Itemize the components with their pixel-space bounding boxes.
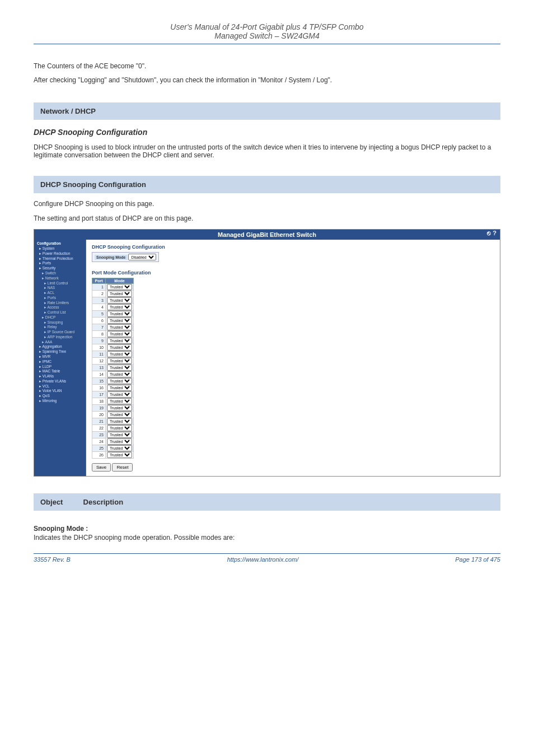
port-mode-select[interactable]: Trusted bbox=[107, 358, 132, 364]
sidebar-item[interactable]: ▸ Voice VLAN bbox=[35, 389, 85, 394]
sidebar-item[interactable]: ▸ Spanning Tree bbox=[35, 349, 85, 354]
footer-rev: 33557 Rev. B bbox=[34, 556, 71, 563]
port-number: 18 bbox=[92, 398, 106, 405]
port-number: 2 bbox=[92, 291, 106, 297]
port-mode-select[interactable]: Trusted bbox=[107, 318, 132, 324]
sidebar-item[interactable]: ▸ DHCP bbox=[35, 315, 85, 320]
sidebar-item[interactable]: ▸ Thermal Protection bbox=[35, 256, 85, 262]
port-mode-select[interactable]: Trusted bbox=[107, 438, 132, 445]
port-number: 24 bbox=[92, 438, 106, 445]
port-mode-select[interactable]: Trusted bbox=[107, 405, 132, 411]
sidebar-item[interactable]: ▸ Network bbox=[35, 276, 85, 281]
logout-icon[interactable]: ⎋ bbox=[487, 230, 491, 236]
content-title: DHCP Snooping Configuration bbox=[92, 244, 494, 250]
port-mode-select[interactable]: Trusted bbox=[107, 425, 132, 431]
port-number: 9 bbox=[92, 338, 106, 344]
sidebar-item[interactable]: ▸ Limit Control bbox=[35, 281, 85, 286]
sidebar-item[interactable]: ▸ Rate Limiters bbox=[35, 301, 85, 306]
port-mode-select[interactable]: Trusted bbox=[107, 418, 132, 424]
sidebar-item[interactable]: ▸ Private VLANs bbox=[35, 379, 85, 384]
reset-button[interactable] bbox=[112, 463, 133, 472]
sidebar-top[interactable]: Configuration bbox=[35, 241, 85, 246]
dhcp-para-3: The setting and port status of DHCP are … bbox=[34, 214, 500, 222]
window-title: Managed GigaBit Ethernet Switch bbox=[218, 231, 316, 238]
port-number: 23 bbox=[92, 432, 106, 438]
dhcp-para-1: DHCP Snooping is used to block intruder … bbox=[34, 143, 500, 159]
nav-sidebar: Configuration ▸ System▸ Power Reduction▸… bbox=[34, 240, 86, 476]
port-number: 19 bbox=[92, 405, 106, 412]
object-label: Object bbox=[40, 498, 63, 506]
port-mode-select[interactable]: Trusted bbox=[107, 365, 132, 371]
section-dhcp-snooping-cfg: DHCP Snooping Configuration bbox=[34, 128, 500, 137]
sidebar-item[interactable]: ▸ MAC Table bbox=[35, 369, 85, 374]
sidebar-item[interactable]: ▸ Switch bbox=[35, 271, 85, 276]
port-mode-select[interactable]: Trusted bbox=[107, 445, 132, 451]
port-mode-title: Port Mode Configuration bbox=[92, 270, 494, 276]
port-mode-select[interactable]: Trusted bbox=[107, 385, 132, 391]
sidebar-item[interactable]: ▸ Ports bbox=[35, 296, 85, 301]
port-number: 11 bbox=[92, 351, 106, 358]
port-mode-select[interactable]: Trusted bbox=[107, 291, 132, 297]
sidebar-item[interactable]: ▸ MVR bbox=[35, 354, 85, 360]
port-mode-select[interactable]: Trusted bbox=[107, 371, 132, 377]
port-mode-select[interactable]: Trusted bbox=[107, 338, 132, 344]
sidebar-item[interactable]: ▸ VCL bbox=[35, 384, 85, 389]
port-number: 17 bbox=[92, 391, 106, 398]
sidebar-item[interactable]: ▸ LLDP bbox=[35, 365, 85, 370]
port-mode-select[interactable]: Trusted bbox=[107, 391, 132, 398]
section-dhcp-snooping-cfg-2: DHCP Snooping Configuration bbox=[34, 176, 500, 193]
port-mode-select[interactable]: Trusted bbox=[107, 284, 132, 290]
help-icon[interactable]: ? bbox=[493, 230, 496, 236]
port-mode-select[interactable]: Trusted bbox=[107, 432, 132, 438]
port-mode-select[interactable]: Trusted bbox=[107, 331, 132, 337]
port-number: 7 bbox=[92, 324, 106, 331]
port-number: 12 bbox=[92, 358, 106, 365]
port-mode-select[interactable]: Trusted bbox=[107, 398, 132, 404]
snooping-mode-select[interactable]: Disabled bbox=[128, 254, 156, 260]
sidebar-item[interactable]: ▸ NAS bbox=[35, 286, 85, 291]
port-mode-select[interactable]: Trusted bbox=[107, 304, 132, 310]
sidebar-item[interactable]: ▸ IPMC bbox=[35, 360, 85, 365]
save-button[interactable] bbox=[92, 463, 111, 472]
port-number: 10 bbox=[92, 344, 106, 351]
sidebar-item[interactable]: ▸ Snooping bbox=[35, 320, 85, 325]
port-mode-select[interactable]: Trusted bbox=[107, 324, 132, 330]
sidebar-item[interactable]: ▸ Security bbox=[35, 266, 85, 271]
description-label: Description bbox=[83, 498, 124, 506]
sidebar-item[interactable]: ▸ ACL bbox=[35, 291, 85, 296]
port-mode-select[interactable]: Trusted bbox=[107, 378, 132, 384]
sidebar-item[interactable]: ▸ IP Source Guard bbox=[35, 330, 85, 335]
sidebar-item[interactable]: ▸ Control List bbox=[35, 310, 85, 315]
sidebar-item[interactable]: ▸ System bbox=[35, 246, 85, 251]
sidebar-item[interactable]: ▸ Mirroring bbox=[35, 399, 85, 404]
intro-text-1: The Counters of the ACE become "0". bbox=[34, 61, 500, 72]
sidebar-item[interactable]: ▸ QoS bbox=[35, 394, 85, 399]
port-number: 20 bbox=[92, 412, 106, 418]
sidebar-item[interactable]: ▸ Aggregation bbox=[35, 344, 85, 349]
port-number: 16 bbox=[92, 385, 106, 391]
sidebar-item[interactable]: ▸ Ports bbox=[35, 261, 85, 266]
footer-page: Page 173 of 475 bbox=[455, 556, 500, 563]
port-mode-select[interactable]: Trusted bbox=[107, 412, 132, 418]
sidebar-item[interactable]: ▸ Relay bbox=[35, 325, 85, 330]
sidebar-item[interactable]: ▸ Access bbox=[35, 305, 85, 310]
sidebar-item[interactable]: ▸ ARP Inspection bbox=[35, 335, 85, 340]
port-number: 5 bbox=[92, 311, 106, 318]
port-number: 8 bbox=[92, 331, 106, 338]
sidebar-item[interactable]: ▸ VLANs bbox=[35, 374, 85, 379]
port-mode-select[interactable]: Trusted bbox=[107, 351, 132, 357]
port-mode-select[interactable]: Trusted bbox=[107, 311, 132, 317]
port-mode-select[interactable]: Trusted bbox=[107, 297, 132, 304]
dhcp-para-2: Configure DHCP Snooping on this page. bbox=[34, 200, 500, 208]
sidebar-item[interactable]: ▸ AAA bbox=[35, 340, 85, 345]
port-number: 22 bbox=[92, 425, 106, 432]
port-mode-select[interactable]: Trusted bbox=[107, 344, 132, 351]
sidebar-item[interactable]: ▸ Power Reduction bbox=[35, 251, 85, 256]
port-number: 15 bbox=[92, 378, 106, 385]
port-mode-select[interactable]: Trusted bbox=[107, 452, 132, 458]
port-number: 1 bbox=[92, 284, 106, 291]
col-mode: Mode bbox=[106, 278, 134, 284]
port-number: 6 bbox=[92, 318, 106, 324]
col-port: Port bbox=[92, 278, 106, 284]
footer-url: https://www.lantronix.com/ bbox=[227, 556, 299, 563]
